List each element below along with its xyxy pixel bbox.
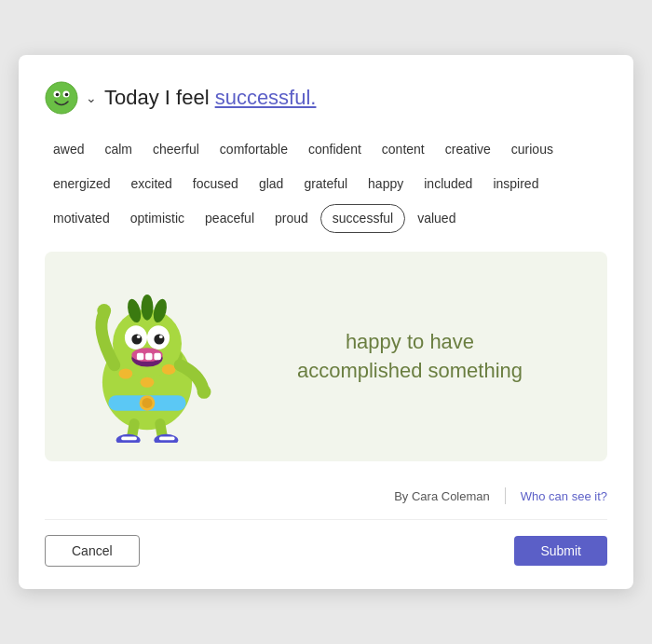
emotion-optimistic[interactable]: optimistic xyxy=(122,204,193,233)
avatar-icon xyxy=(45,81,78,115)
title-prefix: Today I feel xyxy=(104,86,210,109)
emotion-confident[interactable]: confident xyxy=(300,135,370,164)
emotion-peaceful[interactable]: peaceful xyxy=(197,204,263,233)
svg-point-32 xyxy=(197,385,211,399)
chevron-down-icon[interactable]: ⌄ xyxy=(86,90,97,105)
modal-header: ⌄ Today I feel successful. xyxy=(45,81,607,115)
emotion-motivated[interactable]: motivated xyxy=(45,204,118,233)
footer-area: By Cara Coleman Who can see it? xyxy=(45,480,607,504)
cancel-button[interactable]: Cancel xyxy=(45,535,140,567)
svg-point-21 xyxy=(137,336,141,339)
modal-container: ⌄ Today I feel successful. awedcalmcheer… xyxy=(19,55,633,590)
svg-point-19 xyxy=(131,335,142,345)
emotion-glad[interactable]: glad xyxy=(251,170,292,199)
illustration-box: happy to have accomplished something xyxy=(45,252,607,461)
emotion-excited[interactable]: excited xyxy=(123,170,181,199)
header-title: Today I feel successful. xyxy=(104,86,316,110)
emotion-creative[interactable]: creative xyxy=(437,135,499,164)
svg-point-12 xyxy=(142,398,152,408)
by-label: By Cara Coleman xyxy=(394,489,490,503)
who-can-see-link[interactable]: Who can see it? xyxy=(521,489,607,503)
emotion-proud[interactable]: proud xyxy=(266,204,317,233)
emotion-content[interactable]: content xyxy=(374,135,433,164)
illustration-line2: accomplished something xyxy=(240,357,579,386)
svg-rect-35 xyxy=(121,437,137,441)
emotion-calm[interactable]: calm xyxy=(96,135,141,164)
svg-point-3 xyxy=(56,92,60,96)
svg-point-29 xyxy=(162,364,176,375)
svg-rect-38 xyxy=(159,437,175,441)
emotions-grid: awedcalmcheerfulcomfortableconfidentcont… xyxy=(45,135,607,234)
emotion-grateful[interactable]: grateful xyxy=(295,170,356,199)
emotion-awed[interactable]: awed xyxy=(45,135,92,164)
emotion-included[interactable]: included xyxy=(415,170,481,199)
illustration-line1: happy to have xyxy=(240,328,579,357)
svg-rect-25 xyxy=(137,353,143,360)
emotion-successful[interactable]: successful xyxy=(320,204,405,233)
emotion-curious[interactable]: curious xyxy=(503,135,562,164)
svg-point-30 xyxy=(141,377,155,388)
svg-point-31 xyxy=(97,304,111,318)
emotion-cheerful[interactable]: cheerful xyxy=(144,135,208,164)
emotion-happy[interactable]: happy xyxy=(360,170,412,199)
svg-point-4 xyxy=(65,92,69,96)
illustration-text: happy to have accomplished something xyxy=(240,328,579,386)
submit-button[interactable]: Submit xyxy=(514,536,607,566)
svg-point-22 xyxy=(159,336,163,339)
selected-emotion-link[interactable]: successful. xyxy=(215,86,317,109)
emotion-comfortable[interactable]: comfortable xyxy=(211,135,296,164)
footer-divider xyxy=(505,487,506,504)
emotion-energized[interactable]: energized xyxy=(45,170,119,199)
svg-rect-27 xyxy=(154,353,160,360)
svg-point-28 xyxy=(118,369,132,379)
svg-point-0 xyxy=(46,82,77,114)
svg-point-20 xyxy=(154,335,164,345)
monster-character xyxy=(73,270,222,443)
emotion-valued[interactable]: valued xyxy=(409,204,464,233)
emotion-focused[interactable]: focused xyxy=(184,170,247,199)
emotion-inspired[interactable]: inspired xyxy=(484,170,547,199)
action-buttons: Cancel Submit xyxy=(45,519,607,567)
svg-point-15 xyxy=(142,295,154,321)
svg-rect-26 xyxy=(145,353,152,360)
